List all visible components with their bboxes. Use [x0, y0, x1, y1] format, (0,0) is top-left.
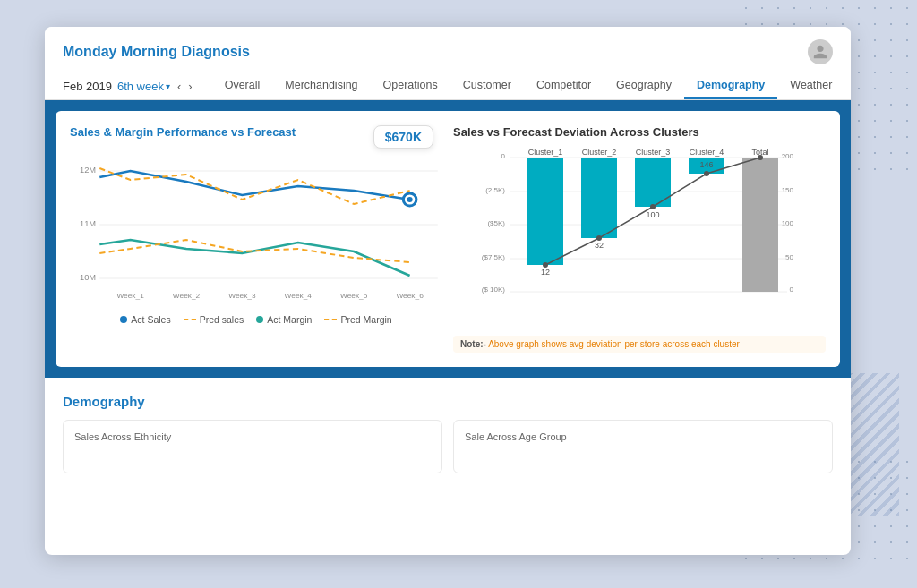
legend-pred-margin: Pred Margin: [324, 314, 391, 325]
note-area: Note:- Above graph shows avg deviation p…: [453, 336, 826, 353]
legend-pred-sales: Pred sales: [184, 314, 244, 325]
left-chart: Sales & Margin Performance vs Forecast $…: [70, 125, 442, 353]
tab-geography[interactable]: Geography: [604, 73, 684, 99]
svg-point-41: [704, 171, 709, 176]
svg-point-13: [407, 197, 412, 202]
nav-bar: Feb 2019 6th week ▾ ‹ › Overall Merchand…: [63, 73, 833, 99]
svg-text:200: 200: [782, 152, 794, 160]
svg-point-40: [650, 204, 656, 209]
demography-cards: Sales Across Ethnicity Sale Across Age G…: [63, 420, 833, 473]
svg-text:11M: 11M: [80, 219, 96, 228]
demography-card-ethnicity: Sales Across Ethnicity: [63, 420, 442, 473]
svg-text:150: 150: [782, 186, 794, 194]
svg-point-39: [596, 235, 602, 241]
svg-text:100: 100: [782, 219, 794, 227]
svg-text:12: 12: [541, 268, 550, 277]
right-chart-title: Sales vs Forecast Deviation Across Clust…: [453, 125, 826, 139]
week-badge[interactable]: 6th week ▾: [117, 80, 170, 93]
date-label: Feb 2019: [63, 80, 112, 93]
content-area: Sales & Margin Performance vs Forecast $…: [45, 100, 851, 378]
svg-text:10M: 10M: [80, 273, 96, 282]
next-arrow[interactable]: ›: [186, 80, 193, 93]
avatar[interactable]: [808, 39, 833, 64]
prev-arrow[interactable]: ‹: [176, 80, 183, 93]
legend-dot-act-margin: [256, 316, 263, 323]
chart-legend: Act Sales Pred sales Act Margin Pred Mar…: [70, 314, 442, 325]
demography-title: Demography: [63, 394, 833, 409]
tab-merchandising[interactable]: Merchandising: [272, 73, 370, 99]
demography-section: Demography Sales Across Ethnicity Sale A…: [45, 379, 851, 488]
svg-text:(2.5K): (2.5K): [485, 186, 505, 194]
svg-text:($7.5K): ($7.5K): [482, 253, 506, 261]
tab-overall[interactable]: Overall: [212, 73, 273, 99]
svg-point-42: [758, 155, 763, 160]
svg-text:($ 10K): ($ 10K): [482, 285, 506, 294]
tab-customer[interactable]: Customer: [450, 73, 524, 99]
tab-operations[interactable]: Operations: [371, 73, 450, 99]
svg-text:Week_1: Week_1: [116, 292, 144, 300]
note-content: Above graph shows avg deviation per stor…: [488, 339, 740, 349]
svg-text:Week_2: Week_2: [173, 292, 201, 300]
main-window: Monday Morning Diagnosis Feb 2019 6th we…: [45, 27, 851, 555]
header: Monday Morning Diagnosis Feb 2019 6th we…: [45, 27, 851, 100]
bar-cluster2: [581, 158, 617, 238]
card-subtitle-age: Sale Across Age Group: [465, 431, 821, 442]
svg-text:Week_4: Week_4: [285, 292, 313, 300]
svg-text:Cluster_4: Cluster_4: [690, 148, 724, 157]
svg-text:Week_5: Week_5: [340, 292, 368, 300]
price-badge: $670K: [373, 125, 433, 149]
nav-tabs: Overall Merchandising Operations Custome…: [212, 73, 845, 99]
svg-text:146: 146: [699, 160, 713, 169]
note-label: Note:-: [460, 339, 486, 349]
charts-row: Sales & Margin Performance vs Forecast $…: [56, 111, 840, 367]
legend-act-margin: Act Margin: [256, 314, 312, 325]
tab-demography[interactable]: Demography: [684, 73, 777, 99]
svg-text:Cluster_2: Cluster_2: [582, 148, 617, 157]
right-chart-svg: 200 150 100 50 0 0 (2.5K) ($5K) ($7.5K) …: [453, 146, 826, 325]
left-chart-svg: 12M 11M 10M Week_1 Week_2 Week_3 Week_4 …: [70, 146, 442, 307]
svg-text:12M: 12M: [80, 166, 96, 175]
legend-dot-act-sales: [120, 316, 127, 323]
chevron-down-icon: ▾: [166, 81, 170, 91]
svg-text:50: 50: [785, 253, 793, 261]
svg-text:Cluster_1: Cluster_1: [528, 148, 563, 157]
header-top: Monday Morning Diagnosis: [63, 39, 833, 64]
svg-text:0: 0: [790, 285, 794, 294]
svg-text:($5K): ($5K): [487, 219, 505, 227]
svg-text:100: 100: [646, 210, 659, 219]
app-title: Monday Morning Diagnosis: [63, 44, 250, 60]
svg-text:Week_6: Week_6: [396, 292, 424, 300]
nav-arrows: ‹ ›: [176, 80, 194, 93]
svg-point-38: [543, 262, 548, 268]
bar-cluster1: [527, 158, 563, 265]
bar-total: [742, 158, 778, 292]
legend-dash-pred-margin: [324, 319, 337, 320]
legend-act-sales: Act Sales: [120, 314, 170, 325]
svg-text:Week_3: Week_3: [228, 292, 256, 300]
svg-text:32: 32: [595, 241, 604, 250]
demography-card-age: Sale Across Age Group: [453, 420, 833, 473]
legend-dash-pred-sales: [184, 319, 196, 320]
date-filter: Feb 2019 6th week ▾ ‹ ›: [63, 80, 194, 93]
tab-competitor[interactable]: Competitor: [524, 73, 604, 99]
tab-weather[interactable]: Weather: [777, 73, 844, 99]
svg-text:0: 0: [501, 152, 506, 160]
svg-text:Cluster_3: Cluster_3: [636, 148, 671, 157]
right-chart: Sales vs Forecast Deviation Across Clust…: [453, 125, 826, 353]
card-subtitle-ethnicity: Sales Across Ethnicity: [74, 431, 431, 442]
